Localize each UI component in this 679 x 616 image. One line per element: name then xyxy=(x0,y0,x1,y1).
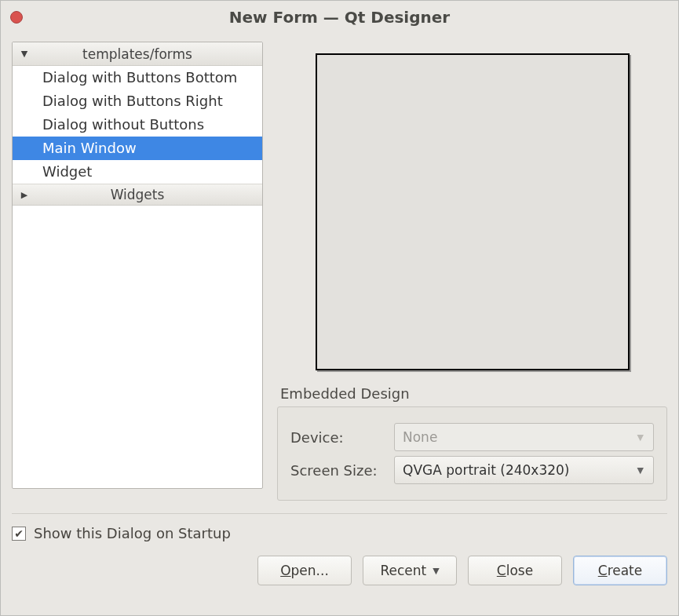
device-row: Device: None ▼ xyxy=(290,423,654,451)
chevron-down-icon: ▼ xyxy=(637,432,644,443)
chevron-down-icon: ▼ xyxy=(433,566,439,576)
open-button[interactable]: Open... xyxy=(257,556,352,585)
startup-checkbox[interactable]: ✔ xyxy=(12,527,26,541)
device-combo: None ▼ xyxy=(394,423,654,451)
device-combo-value: None xyxy=(403,429,437,445)
tree-group-forms-label: templates/forms xyxy=(36,46,262,62)
tree-group-widgets[interactable]: ▶ Widgets xyxy=(13,184,262,206)
screen-size-label: Screen Size: xyxy=(290,462,385,479)
close-button[interactable]: Close xyxy=(468,556,562,585)
titlebar: New Form — Qt Designer xyxy=(1,1,678,34)
chevron-down-icon: ▼ xyxy=(637,465,644,476)
dialog-content: ▼ templates/forms Dialog with Buttons Bo… xyxy=(1,34,678,501)
chevron-down-icon: ▼ xyxy=(13,49,36,59)
close-icon[interactable] xyxy=(10,11,23,24)
tree-group-widgets-label: Widgets xyxy=(36,187,262,202)
embedded-design-group: Embedded Design Device: None ▼ Screen Si… xyxy=(277,385,667,501)
close-button-label: Close xyxy=(497,563,533,578)
new-form-dialog: New Form — Qt Designer ▼ templates/forms… xyxy=(0,0,679,616)
startup-checkbox-label[interactable]: Show this Dialog on Startup xyxy=(34,525,231,541)
embedded-design-body: Device: None ▼ Screen Size: QVGA portrai… xyxy=(277,406,667,501)
form-preview xyxy=(316,53,630,370)
recent-button[interactable]: Recent ▼ xyxy=(363,556,457,585)
create-button-label: Create xyxy=(598,563,643,578)
recent-button-label: Recent xyxy=(380,563,426,578)
window-title: New Form — Qt Designer xyxy=(1,8,678,27)
button-row: Open... Recent ▼ Close Create xyxy=(1,541,678,596)
right-pane: Embedded Design Device: None ▼ Screen Si… xyxy=(277,42,667,501)
create-button[interactable]: Create xyxy=(573,556,667,585)
tree-item-widget[interactable]: Widget xyxy=(13,160,262,184)
chevron-right-icon: ▶ xyxy=(13,190,36,200)
open-button-label: Open... xyxy=(280,563,329,578)
tree-item-main-window[interactable]: Main Window xyxy=(13,137,262,160)
tree-group-forms[interactable]: ▼ templates/forms xyxy=(13,42,262,66)
tree-item-dialog-buttons-right[interactable]: Dialog with Buttons Right xyxy=(13,89,262,113)
tree-item-dialog-buttons-bottom[interactable]: Dialog with Buttons Bottom xyxy=(13,66,262,89)
screen-size-combo-value: QVGA portrait (240x320) xyxy=(403,462,569,478)
embedded-design-title: Embedded Design xyxy=(277,385,667,402)
startup-row: ✔ Show this Dialog on Startup xyxy=(1,514,678,541)
device-label: Device: xyxy=(290,429,385,446)
tree-item-dialog-no-buttons[interactable]: Dialog without Buttons xyxy=(13,113,262,137)
screen-size-combo[interactable]: QVGA portrait (240x320) ▼ xyxy=(394,456,654,484)
template-tree[interactable]: ▼ templates/forms Dialog with Buttons Bo… xyxy=(12,42,263,489)
screen-size-row: Screen Size: QVGA portrait (240x320) ▼ xyxy=(290,456,654,484)
tree-items: Dialog with Buttons Bottom Dialog with B… xyxy=(13,66,262,488)
